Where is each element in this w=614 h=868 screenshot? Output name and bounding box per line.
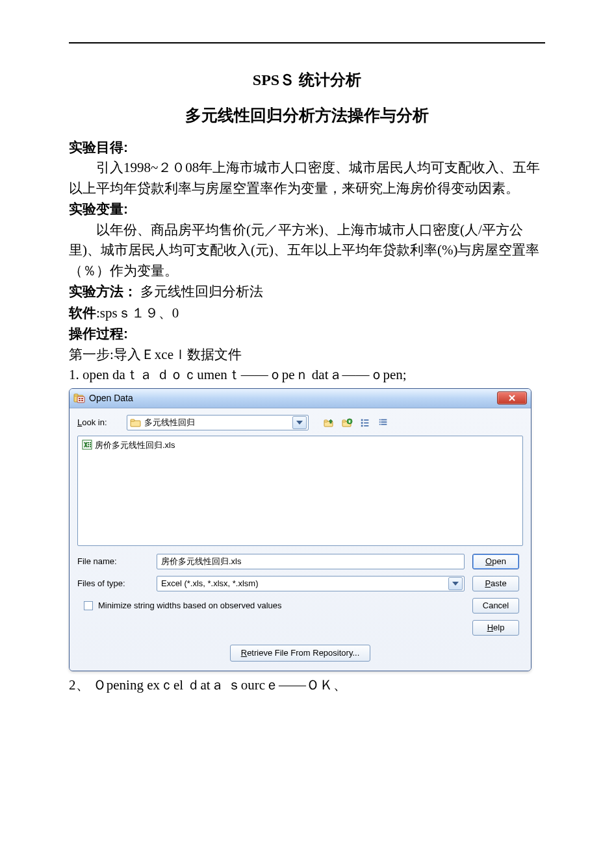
svg-rect-15 [364,419,368,421]
xls-file-icon [82,440,92,450]
filetype-dropdown-button[interactable] [448,577,463,590]
svg-rect-18 [361,425,363,427]
close-button[interactable] [497,391,527,404]
page-title-main: SPSＳ 统计分析 [69,68,545,92]
help-button[interactable]: Help [472,620,519,636]
cancel-button[interactable]: Cancel [472,598,519,614]
step1-cmd: 1. open daｔａ ｄｏｃumenｔ——ｏpeｎ datａ——ｏpen; [69,365,545,386]
folder-icon [130,417,142,428]
step2-line: 2、 Ｏpening exｃel ｄatａ ｓourcｅ——ＯＫ、 [69,675,545,696]
page-title-sub: 多元线性回归分析方法操作与分析 [69,103,545,128]
view-list-button[interactable] [376,415,390,430]
svg-rect-14 [361,419,363,421]
svg-rect-4 [81,398,83,399]
home-button[interactable] [340,415,354,430]
svg-rect-21 [381,419,387,420]
value-software: :spsｓ１９、0 [96,305,179,321]
para-aim: 引入1998~２０08年上海市城市人口密度、城市居民人均可支配收入、五年以上平均… [69,158,545,199]
open-data-dialog: Open Data Look in: [69,388,531,671]
lookin-combo[interactable]: 多元线性回归 [127,415,309,430]
minimize-checkbox[interactable] [84,601,93,610]
label-software: 软件 [69,305,96,320]
label-aim: 实验目得: [69,140,128,155]
svg-rect-1 [74,394,78,396]
svg-rect-24 [379,423,381,425]
dialog-title-text: Open Data [89,391,133,405]
list-item-label: 房价多元线性回归.xls [95,439,175,452]
step1-line: 第一步:导入Ｅxceｌ数据文件 [69,345,545,366]
svg-rect-23 [381,421,387,423]
svg-rect-22 [379,421,381,423]
svg-rect-10 [324,420,327,422]
filename-label: File name: [77,555,149,568]
para-vars: 以年份、商品房平均售价(元／平方米)、上海市城市人口密度(人/平方公里)、城市居… [69,220,545,282]
svg-rect-17 [364,422,368,423]
svg-rect-6 [81,400,83,401]
open-data-icon [73,392,85,404]
svg-rect-16 [361,422,363,424]
label-vars: 实验变量: [69,201,128,216]
view-details-button[interactable] [358,415,372,430]
paste-button[interactable]: Paste [472,576,519,591]
svg-rect-25 [381,423,387,425]
svg-rect-12 [342,420,346,422]
svg-rect-28 [90,442,91,443]
filetype-label: Files of type: [77,577,149,590]
page-top-rule [69,42,545,43]
lookin-dropdown-button[interactable] [292,416,307,429]
open-button[interactable]: Open [472,554,519,569]
svg-rect-19 [364,425,368,427]
svg-rect-27 [88,442,89,443]
svg-rect-31 [88,446,89,447]
lookin-value: 多元线性回归 [144,416,292,429]
label-process: 操作过程: [69,326,128,341]
filename-input[interactable]: 房价多元线性回归.xls [157,554,465,569]
svg-rect-8 [131,419,134,421]
lookin-label: Look in: [77,416,120,429]
filename-value: 房价多元线性回归.xls [161,555,242,568]
svg-rect-3 [79,398,81,399]
list-item[interactable]: 房价多元线性回归.xls [82,439,518,452]
svg-rect-32 [90,446,91,447]
svg-rect-20 [379,419,381,420]
retrieve-repository-button[interactable]: Retrieve File From Repository... [230,645,371,662]
minimize-label: Minimize string widths based on observed… [98,599,282,612]
svg-rect-2 [77,397,84,403]
up-folder-button[interactable] [322,415,336,430]
svg-rect-5 [79,400,81,401]
dialog-titlebar[interactable]: Open Data [70,389,531,408]
filetype-combo[interactable]: Excel (*.xls, *.xlsx, *.xlsm) [157,576,465,591]
svg-rect-30 [90,444,91,445]
svg-rect-29 [88,444,89,445]
label-method: 实验方法： [69,284,137,299]
file-list[interactable]: 房价多元线性回归.xls [77,436,523,546]
filetype-value: Excel (*.xls, *.xlsx, *.xlsm) [161,577,448,590]
value-method: 多元线性回归分析法 [140,284,263,299]
